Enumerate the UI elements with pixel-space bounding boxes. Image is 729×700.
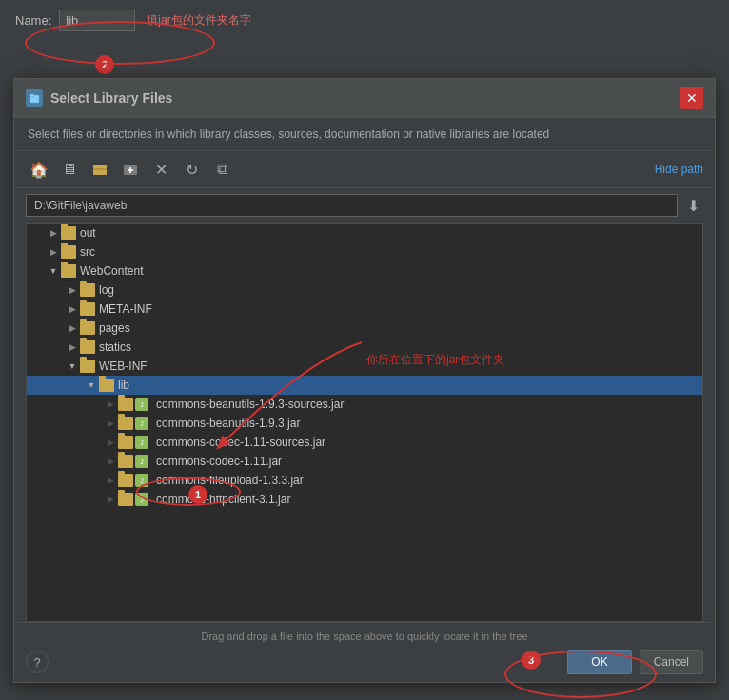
folder-icon xyxy=(61,264,76,278)
open-button[interactable] xyxy=(87,157,113,182)
tree-item-label: commons-beanutils-1.9.3.jar xyxy=(156,417,300,430)
dialog-icon xyxy=(26,89,43,107)
tree-arrow: ▶ xyxy=(103,435,118,450)
dialog-description: Select files or directories in which lib… xyxy=(14,118,715,151)
tree-item[interactable]: ▼lib xyxy=(27,376,702,395)
tree-arrow: ▶ xyxy=(103,473,118,488)
file-tree[interactable]: ▶out▶src▼WebContent▶log▶META-INF▶pages▶s… xyxy=(26,223,703,622)
tree-arrow: ▶ xyxy=(65,340,80,355)
name-label: Name: xyxy=(15,13,51,28)
tree-item-label: WebContent xyxy=(80,264,144,278)
tree-arrow: ▼ xyxy=(84,378,99,393)
tree-item[interactable]: ▶pages xyxy=(27,319,702,338)
ok-button[interactable]: OK xyxy=(567,650,631,674)
annotation-text-1: 填jar包的文件夹名字 xyxy=(147,12,250,29)
tree-item[interactable]: ▶Jcommons-beanutils-1.9.3-sources.jar xyxy=(27,395,702,414)
tree-item[interactable]: ▶src xyxy=(27,243,702,262)
tree-item-label: WEB-INF xyxy=(99,360,148,373)
path-download-button[interactable]: ⬇ xyxy=(683,195,703,217)
select-library-dialog: Select Library Files ✕ Select files or d… xyxy=(13,78,716,683)
tree-item[interactable]: ▶log xyxy=(27,281,702,300)
folder-icon xyxy=(80,302,95,316)
tree-item[interactable]: ▶statics xyxy=(27,338,702,357)
path-row: ⬇ xyxy=(14,188,715,223)
folder-icon xyxy=(61,245,76,259)
refresh-button[interactable]: ↻ xyxy=(178,157,205,182)
tree-arrow: ▶ xyxy=(46,244,61,260)
tree-item-label: commons-httpclient-3.1.jar xyxy=(156,493,290,506)
tree-item-label: commons-beanutils-1.9.3-sources.jar xyxy=(156,398,344,411)
delete-button[interactable]: ✕ xyxy=(148,157,174,182)
folder-icon xyxy=(80,340,95,354)
folder-icon xyxy=(80,321,95,335)
tree-item[interactable]: ▶Jcommons-codec-1.11-sources.jar xyxy=(27,433,702,452)
tree-arrow: ▶ xyxy=(103,492,118,507)
tree-item-label: pages xyxy=(99,321,130,335)
drag-hint: Drag and drop a file into the space abov… xyxy=(26,631,703,642)
svg-rect-1 xyxy=(30,94,34,97)
name-input[interactable] xyxy=(59,10,135,31)
folder-icon xyxy=(61,226,76,240)
tree-item-label: log xyxy=(99,283,114,297)
jar-file-icon: J xyxy=(135,474,148,487)
tree-item-label: src xyxy=(80,245,95,259)
badge-1: 1 xyxy=(188,485,207,504)
tree-item-label: META-INF xyxy=(99,302,152,316)
tree-arrow: ▼ xyxy=(46,263,61,279)
tree-item-label: commons-codec-1.11-sources.jar xyxy=(156,436,325,449)
tree-arrow: ▶ xyxy=(65,282,80,298)
tree-arrow: ▶ xyxy=(46,225,61,241)
folder-icon xyxy=(118,455,133,468)
tree-arrow: ▶ xyxy=(103,454,118,469)
svg-rect-6 xyxy=(124,165,129,167)
tree-item[interactable]: ▼WEB-INF xyxy=(27,357,702,376)
folder-icon xyxy=(118,493,133,506)
jar-file-icon: J xyxy=(135,455,148,468)
path-input[interactable] xyxy=(26,194,678,217)
badge-3: 3 xyxy=(522,651,541,670)
jar-file-icon: J xyxy=(135,493,148,506)
dialog-titlebar: Select Library Files ✕ xyxy=(14,79,715,118)
new-folder-button[interactable] xyxy=(117,157,144,182)
tree-item-label: commons-fileupload-1.3.3.jar xyxy=(156,474,304,487)
dialog-title: Select Library Files xyxy=(50,90,673,106)
tree-arrow: ▶ xyxy=(103,416,118,431)
tree-arrow: ▶ xyxy=(65,321,80,336)
tree-item[interactable]: ▶out xyxy=(27,224,702,243)
tree-item-label: statics xyxy=(99,340,131,354)
tree-arrow: ▶ xyxy=(65,301,80,317)
tree-arrow: ▶ xyxy=(103,397,118,412)
folder-icon xyxy=(118,474,133,487)
home-button[interactable]: 🏠 xyxy=(26,157,52,182)
tree-item[interactable]: ▼WebContent xyxy=(27,262,702,281)
cancel-button[interactable]: Cancel xyxy=(640,650,703,674)
folder-icon xyxy=(118,398,133,411)
dialog-footer: Drag and drop a file into the space abov… xyxy=(14,622,715,682)
jar-file-icon: J xyxy=(135,398,148,411)
tree-item-label: out xyxy=(80,226,96,240)
help-button[interactable]: ? xyxy=(26,651,49,673)
badge-2: 2 xyxy=(95,55,114,74)
close-button[interactable]: ✕ xyxy=(680,87,703,109)
folder-icon xyxy=(80,283,95,297)
folder-icon xyxy=(80,360,95,373)
tree-item[interactable]: ▶Jcommons-httpclient-3.1.jar xyxy=(27,490,702,509)
background-name-bar: Name: 填jar包的文件夹名字 xyxy=(0,0,729,41)
folder-icon xyxy=(99,379,114,392)
desktop-button[interactable]: 🖥 xyxy=(56,157,83,182)
tree-item[interactable]: ▶Jcommons-codec-1.11.jar xyxy=(27,452,702,471)
copy-button[interactable]: ⧉ xyxy=(208,157,235,182)
tree-item[interactable]: ▶Jcommons-fileupload-1.3.3.jar xyxy=(27,471,702,490)
svg-rect-3 xyxy=(93,165,99,167)
dialog-toolbar: 🏠 🖥 ✕ ↻ ⧉ Hide path xyxy=(14,151,715,188)
tree-item[interactable]: ▶Jcommons-beanutils-1.9.3.jar xyxy=(27,414,702,433)
tree-arrow: ▼ xyxy=(65,359,80,374)
tree-item-label: commons-codec-1.11.jar xyxy=(156,455,282,468)
folder-icon xyxy=(118,417,133,430)
jar-file-icon: J xyxy=(135,417,148,430)
jar-file-icon: J xyxy=(135,436,148,449)
tree-item-label: lib xyxy=(118,379,129,392)
tree-item[interactable]: ▶META-INF xyxy=(27,300,702,319)
folder-icon xyxy=(118,436,133,449)
hide-path-link[interactable]: Hide path xyxy=(655,163,703,176)
